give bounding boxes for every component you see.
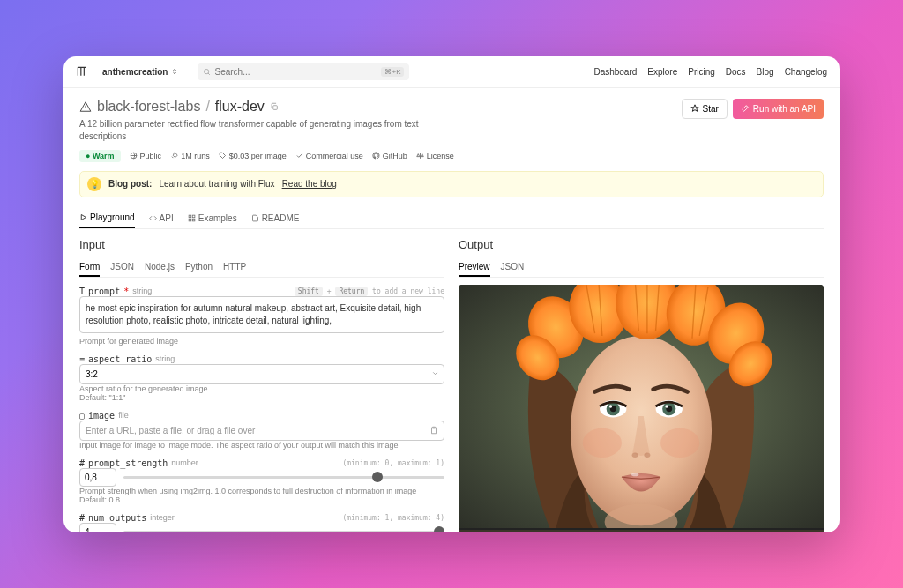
prompt-strength-slider[interactable]	[123, 476, 444, 479]
aspect-ratio-select[interactable]: 3:2	[79, 364, 444, 384]
copy-icon[interactable]	[270, 102, 279, 111]
wand-icon	[741, 104, 750, 113]
meta-github[interactable]: GitHub	[372, 152, 407, 160]
svg-point-0	[205, 69, 209, 73]
tab-api[interactable]: API	[149, 208, 174, 228]
star-button[interactable]: Star	[682, 99, 728, 119]
output-frame	[459, 285, 824, 532]
input-tab-http[interactable]: HTTP	[223, 258, 246, 277]
play-icon	[79, 213, 87, 221]
output-image-1[interactable]	[459, 285, 824, 528]
svg-point-23	[631, 473, 638, 476]
blog-banner: 💡 Blog post: Learn about training with F…	[79, 171, 824, 197]
num-outputs-slider[interactable]	[123, 531, 444, 532]
svg-point-22	[644, 452, 650, 458]
prompt-strength-input[interactable]	[79, 468, 116, 487]
prompt-textarea[interactable]: he most epic inspiration for autumn natu…	[79, 296, 444, 333]
model-description: A 12 billion parameter rectified flow tr…	[79, 118, 450, 143]
output-tab-preview[interactable]: Preview	[459, 258, 490, 277]
nav-docs[interactable]: Docs	[726, 67, 746, 77]
banner-prefix: Blog post:	[108, 179, 152, 189]
field-image: ▢ image file Enter a URL, paste a file, …	[79, 411, 444, 450]
field-prompt: T prompt* string Shift + Return to add a…	[79, 287, 444, 346]
code-icon	[149, 214, 157, 222]
svg-point-20	[665, 405, 668, 407]
aspect-default: Default: "1:1"	[79, 393, 444, 402]
meta-price[interactable]: $0.03 per image	[219, 152, 287, 160]
form-body: T prompt* string Shift + Return to add a…	[79, 287, 444, 532]
org-switcher[interactable]: anthemcreation	[97, 64, 183, 79]
svg-rect-4	[192, 215, 195, 218]
tab-readme[interactable]: README	[251, 208, 300, 228]
image-file-input[interactable]: Enter a URL, paste a file, or drag a fil…	[79, 421, 444, 441]
svg-point-21	[632, 452, 638, 458]
meta-commercial: Commercial use	[295, 152, 363, 160]
nav-changelog[interactable]: Changelog	[785, 67, 827, 77]
input-tabs: Form JSON Node.js Python HTTP	[79, 258, 444, 278]
nav-explore[interactable]: Explore	[647, 67, 677, 77]
file-icon	[251, 214, 259, 222]
output-tabs: Preview JSON	[459, 258, 824, 278]
output-panel: Output Preview JSON	[459, 238, 824, 532]
field-prompt-strength: # prompt_strength number (minimum: 0, ma…	[79, 458, 444, 504]
nav-blog[interactable]: Blog	[757, 67, 774, 77]
nav-dashboard[interactable]: Dashboard	[593, 67, 637, 77]
field-aspect-ratio: ≡ aspect_ratio string 3:2 Aspect ratio f…	[79, 354, 444, 402]
svg-point-12	[660, 428, 699, 457]
model-owner[interactable]: black-forest-labs	[97, 99, 200, 115]
status-badge: ● Warm	[79, 150, 121, 162]
image-help: Input image for image to image mode. The…	[79, 441, 444, 450]
main-tabs: Playground API Examples README	[79, 208, 824, 229]
search-kbd: ⌘+K	[381, 67, 404, 77]
input-tab-python[interactable]: Python	[185, 258, 213, 277]
aspect-help: Aspect ratio for the generated image	[79, 384, 444, 393]
panels: Input Form JSON Node.js Python HTTP T pr…	[79, 238, 824, 532]
globe-icon	[130, 152, 138, 160]
check-icon	[295, 152, 303, 160]
meta-runs: 1M runs	[170, 152, 210, 160]
org-name: anthemcreation	[102, 67, 168, 77]
svg-point-16	[609, 405, 612, 407]
input-tab-json[interactable]: JSON	[110, 258, 134, 277]
model-name[interactable]: flux-dev	[215, 99, 265, 115]
svg-rect-3	[189, 215, 191, 218]
meta-license[interactable]: License	[416, 152, 454, 160]
meta-visibility: Public	[130, 152, 162, 160]
logo-icon	[76, 65, 88, 78]
app-frame: anthemcreation ⌘+K Dashboard Explore Pri…	[63, 56, 840, 532]
rocket-icon	[170, 152, 178, 160]
num-outputs-input[interactable]	[79, 523, 116, 532]
input-title: Input	[79, 238, 444, 251]
model-meta: ● Warm Public 1M runs $0.03 per image Co…	[79, 150, 454, 162]
banner-link[interactable]: Read the blog	[282, 179, 337, 189]
tab-examples[interactable]: Examples	[188, 208, 237, 228]
warning-icon	[79, 100, 92, 113]
chevron-updown-icon	[171, 68, 178, 75]
star-icon	[690, 104, 699, 113]
topbar: anthemcreation ⌘+K Dashboard Explore Pri…	[63, 56, 840, 88]
model-title: black-forest-labs / flux-dev	[79, 99, 454, 115]
input-tab-node[interactable]: Node.js	[145, 258, 175, 277]
clipboard-icon	[429, 426, 438, 435]
search-icon	[203, 68, 211, 76]
input-panel: Input Form JSON Node.js Python HTTP T pr…	[79, 238, 444, 532]
scale-icon	[416, 152, 424, 160]
input-tab-form[interactable]: Form	[79, 258, 100, 277]
ps-help: Prompt strength when using img2img. 1.0 …	[79, 487, 444, 495]
run-api-button[interactable]: Run with an API	[733, 99, 824, 119]
svg-rect-31	[459, 530, 824, 532]
nav-pricing[interactable]: Pricing	[688, 67, 715, 77]
ps-default: Default: 0.8	[79, 495, 444, 504]
prompt-help: Prompt for generated image	[79, 337, 444, 346]
model-header: black-forest-labs / flux-dev A 12 billio…	[79, 99, 824, 162]
output-tab-json[interactable]: JSON	[501, 258, 525, 277]
tag-icon	[219, 152, 227, 160]
tab-playground[interactable]: Playground	[79, 208, 135, 228]
github-icon	[372, 152, 380, 160]
content: black-forest-labs / flux-dev A 12 billio…	[63, 88, 840, 532]
search-input[interactable]	[214, 67, 377, 77]
top-nav: Dashboard Explore Pricing Docs Blog Chan…	[593, 67, 827, 77]
search-box[interactable]: ⌘+K	[198, 63, 409, 80]
svg-rect-1	[273, 105, 278, 109]
output-image-2[interactable]	[459, 530, 824, 532]
